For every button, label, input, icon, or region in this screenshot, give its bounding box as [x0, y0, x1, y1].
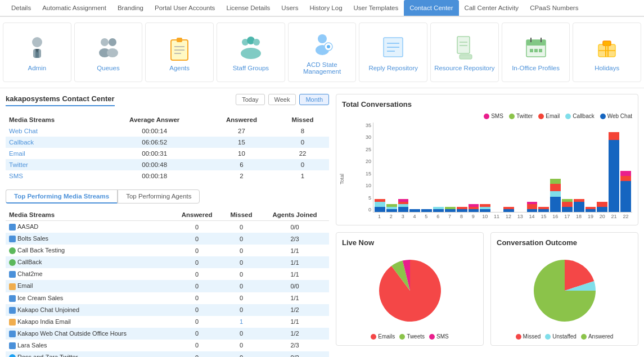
pie-legend-dot [371, 334, 376, 340]
bar-segment-email [527, 204, 538, 209]
perf-missed: 1 [222, 316, 260, 328]
perf-missed: 0 [222, 221, 260, 233]
perf-answered: 0 [172, 351, 222, 357]
bar-segment-webchat [421, 209, 432, 212]
tab-top-performing-agents[interactable]: Top Performing Agents [118, 189, 200, 204]
icon-card-acd-state-management[interactable]: ACD State Management [288, 22, 357, 82]
bar-stack [620, 171, 631, 212]
bar-segment-webchat [597, 207, 607, 212]
nav-item-user-templates[interactable]: User Templates [348, 0, 404, 16]
filter-btn-week[interactable]: Week [268, 94, 296, 105]
icon-label: In-Office Profiles [512, 65, 560, 71]
icon-card-reply-repository[interactable]: Reply Repository [359, 22, 427, 82]
nav-item-users[interactable]: Users [276, 0, 304, 16]
icon-card-staff-groups[interactable]: Staff Groups [217, 22, 285, 82]
pie-legend-label: SMS [436, 333, 449, 340]
bar-segment-callback [550, 191, 561, 196]
total-conversations-section: Total Conversations SMSTwitterEmailCallb… [336, 94, 638, 225]
perf-stream-name: Kakapo India Email [6, 316, 172, 328]
legend-item: Twitter [509, 113, 533, 119]
perf-missed: 0 [222, 256, 260, 268]
nav-item-history-log[interactable]: History Log [304, 0, 348, 16]
bar-segment-email [609, 132, 619, 140]
pie-legend-dot [581, 334, 587, 340]
icon-label: Holidays [595, 65, 619, 71]
pie-legend-label: Emails [378, 333, 395, 340]
icon-card-in-office-profiles[interactable]: In-Office Profiles [502, 22, 570, 82]
live-now-legend: EmailsTweetsSMS [342, 333, 478, 340]
perf-answered: 0 [172, 233, 222, 245]
nav-item-portal-user-accounts[interactable]: Portal User Accounts [149, 0, 220, 16]
perf-row: Kakapo India Email011/1 [6, 316, 329, 328]
conversation-outcome-title: Conversation Outcome [497, 238, 632, 247]
total-conversations-title: Total Conversations [342, 100, 632, 109]
y-axis-label-value: 5 [359, 195, 371, 201]
icon-img [520, 33, 551, 61]
svg-point-15 [253, 39, 260, 46]
y-axis-label-value: 30 [359, 134, 371, 140]
perf-answered: 0 [172, 328, 222, 340]
bar-group [409, 123, 420, 212]
bar-segment-webchat [375, 207, 385, 212]
legend-label: Twitter [516, 113, 533, 119]
icon-card-resource-repository[interactable]: Resource Repository [430, 22, 499, 82]
nav-item-call-center-activity[interactable]: Call Center Activity [459, 0, 525, 16]
icon-card-agents[interactable]: Agents [145, 22, 214, 82]
pie-legend-label: Unstaffed [552, 333, 577, 340]
answered: 27 [207, 125, 276, 137]
nav-item-automatic-assignment[interactable]: Automatic Assignment [37, 0, 112, 16]
bar-group [433, 123, 444, 212]
missed: 0 [276, 137, 329, 148]
perf-answered: 0 [172, 280, 222, 292]
bar-segment-webchat [538, 209, 549, 212]
x-axis-label: 4 [409, 214, 420, 219]
icon-card-admin[interactable]: Admin [3, 22, 71, 82]
icon-card-holidays[interactable]: Holidays [573, 22, 641, 82]
svg-rect-37 [603, 41, 611, 46]
perf-row: CallBack001/1 [6, 256, 329, 268]
perf-row: AASAD000/0 [6, 221, 329, 233]
stream-name: Callback [6, 137, 102, 148]
bar-stack [457, 207, 467, 212]
bar-segment-webchat [469, 209, 479, 212]
filter-btn-today[interactable]: Today [236, 94, 264, 105]
avg-answer: 00:00:48 [102, 159, 206, 170]
perf-answered: 0 [172, 316, 222, 328]
bar-group [375, 123, 385, 212]
nav-item-contact-center[interactable]: Contact Center [404, 0, 458, 16]
perf-answered: 0 [172, 292, 222, 304]
perf-stream-name: Ross and Zara Twitter [6, 351, 172, 357]
bar-segment-webchat [433, 209, 444, 212]
answered: 6 [207, 159, 276, 170]
nav-item-cpaas-numbers[interactable]: CPaaS Numbers [524, 0, 584, 16]
icon-img [592, 33, 623, 61]
x-axis-label: 15 [538, 214, 549, 219]
bar-stack [469, 204, 479, 212]
icon-label: Reply Repository [368, 65, 418, 71]
x-axis-label: 3 [398, 214, 408, 219]
avg-answer: 00:00:14 [102, 125, 206, 137]
perf-agents: 2/3 [260, 233, 329, 245]
icon-img [93, 33, 124, 61]
missed: 1 [276, 170, 329, 182]
bar-segment-email [597, 202, 607, 207]
icon-img [449, 33, 480, 61]
stats-table: Media Streams Average Answer Answered Mi… [6, 114, 329, 182]
bar-group [492, 123, 502, 212]
icon-card-queues[interactable]: Queues [74, 22, 143, 82]
pie-legend-item: Unstaffed [545, 333, 577, 340]
x-axis-label: 9 [468, 214, 479, 219]
answered: 15 [207, 137, 276, 148]
bar-group [609, 123, 619, 212]
perf-stream-name: Kakapo Chat Unjoined [6, 304, 172, 316]
nav-item-branding[interactable]: Branding [112, 0, 149, 16]
filter-btn-month[interactable]: Month [299, 94, 329, 105]
bar-stack [586, 207, 596, 212]
perf-agents: 2/3 [260, 340, 329, 351]
bar-stack [527, 202, 538, 212]
tab-top-performing-media-streams[interactable]: Top Performing Media Streams [6, 189, 118, 204]
stats-row: Web Chat00:00:14278 [6, 125, 329, 137]
perf-missed: 0 [222, 280, 260, 292]
nav-item-details[interactable]: Details [6, 0, 37, 16]
nav-item-license-details[interactable]: License Details [220, 0, 276, 16]
